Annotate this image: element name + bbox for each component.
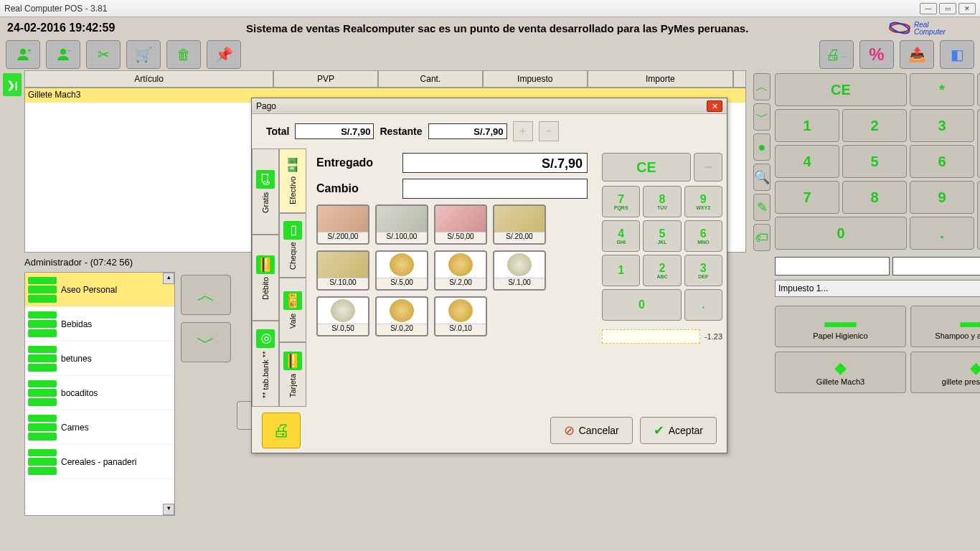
key-1[interactable]: 1 [775,109,839,142]
export-button[interactable]: 📤 [900,40,934,69]
nav-minus-button[interactable]: ● [753,133,771,161]
key-3[interactable]: 3 [910,109,974,142]
col-importe[interactable]: Importe [588,70,733,88]
key-star[interactable]: * [910,73,974,106]
print-button[interactable]: 🖨 … [819,40,854,69]
dlg-key-5[interactable]: 5JKL [643,220,681,252]
dlg-key-3[interactable]: 3DEF [684,255,722,286]
col-articulo[interactable]: Artículo [24,70,273,88]
payment-tab-efectivo[interactable]: Efectivo💵 [279,149,306,213]
key-ce[interactable]: CE [775,73,907,106]
key-0[interactable]: 0 [775,217,907,250]
payment-tab-gratis[interactable]: Gratis🏷 [252,149,279,235]
key-plus[interactable]: + [977,109,980,178]
payment-tab-dbito[interactable]: Débito💳 [252,235,279,321]
denom-button[interactable]: S/.5,00 [375,250,428,291]
cat-down-button[interactable]: ﹀ [181,322,231,362]
category-item[interactable]: bocaditos [25,376,174,410]
dlg-key-6[interactable]: 6MNO [684,220,722,252]
key-2[interactable]: 2 [842,109,907,142]
money-icon [494,206,545,232]
total-minus-button[interactable]: − [539,121,559,141]
denom-button[interactable]: S/.50,00 [434,204,487,245]
key-7[interactable]: 7 [775,181,839,214]
dlg-key-4[interactable]: 4GHI [602,220,640,252]
cancel-button[interactable]: ⊘Cancelar [550,417,633,444]
product-button[interactable]: ▬▬Papel Higienico [775,306,906,347]
dlg-key-0[interactable]: 0 [602,289,682,321]
delivered-value[interactable]: S/.7,90 [402,153,588,173]
dlg-key-8[interactable]: 8TUV [643,186,681,217]
cat-up-button[interactable]: ︿ [181,275,231,315]
denom-button[interactable]: S/.10,00 [316,250,369,291]
category-item[interactable]: Cereales - panaderi [25,445,174,479]
key-6[interactable]: 6 [910,145,974,178]
nav-down-button[interactable]: ﹀ [753,103,771,131]
denom-button[interactable]: S/.0,10 [434,296,487,336]
close-button[interactable]: ✕ [958,3,976,14]
delete-button[interactable]: 🗑 [166,40,201,69]
scroll-down-icon[interactable]: ▾ [163,504,174,515]
key-9[interactable]: 9 [910,181,974,214]
pin-button[interactable]: 📌 [207,40,241,69]
denom-button[interactable]: S/.0,50 [316,296,369,336]
col-cant[interactable]: Cant. [378,70,483,88]
remove-user-button[interactable]: − [46,40,80,69]
dlg-key-9[interactable]: 9WXYZ [684,186,722,217]
dlg-key-dot[interactable]: . [684,289,722,321]
scroll-up-icon[interactable]: ▴ [163,273,174,284]
nav-tag-button[interactable]: 🏷 [753,224,771,251]
cart-button[interactable]: 🛒 [126,40,161,69]
accept-button[interactable]: ✔Aceptar [640,417,717,444]
dlg-key-minus[interactable]: − [694,153,722,182]
key-dot[interactable]: . [910,217,974,250]
category-list[interactable]: ▴ Aseo PersonalBebidasbetunesbocaditosCa… [24,272,175,516]
category-item[interactable]: Bebidas [25,307,174,342]
display-input-1[interactable] [775,257,890,276]
denom-button[interactable]: S/.20,00 [493,204,546,245]
display-input-2[interactable] [892,257,980,276]
denom-button[interactable]: S/.200,00 [316,204,369,245]
category-item[interactable]: betunes [25,342,174,376]
dialog-close-button[interactable]: ✕ [707,100,722,112]
col-impuesto[interactable]: Impuesto [483,70,588,88]
category-item[interactable]: Aseo Personal [25,273,174,307]
dlg-key-2[interactable]: 2ABC [643,255,681,286]
payment-tab-tabbank[interactable]: ** tab.bank **◎ [252,321,279,407]
dialog-print-button[interactable]: 🖨 [262,413,301,448]
payment-tab-vale[interactable]: Vale🎫 [279,278,306,342]
total-plus-button[interactable]: + [513,121,533,141]
payment-tab-tarjeta[interactable]: Tarjeta💳 [279,342,306,407]
dlg-key-1[interactable]: 1 [602,255,640,286]
minimize-button[interactable]: — [920,3,937,14]
denom-button[interactable]: S/.1,00 [493,250,546,291]
dlg-display-box[interactable] [602,329,700,344]
denom-button[interactable]: S/.2,00 [434,250,487,291]
nav-up-button[interactable]: ︿ [753,73,771,100]
dlg-key-ce[interactable]: CE [602,153,691,182]
product-button[interactable]: ◆Gillete Mach3 [775,352,906,393]
product-button[interactable]: ◆gillete prest barb3H [910,352,980,393]
key-4[interactable]: 4 [775,145,839,178]
key-8[interactable]: 8 [842,181,907,214]
payment-tab-cheque[interactable]: Cheque▭ [279,213,306,278]
nav-zoom-button[interactable]: 🔍 [753,164,771,191]
cut-button[interactable]: ✂ [86,40,121,69]
key-equals[interactable]: = [977,181,980,250]
product-button[interactable]: ▬▬Shampoo y acondicio... [910,306,980,347]
key-5[interactable]: 5 [842,145,907,178]
nav-edit-button[interactable]: ✎ [753,194,771,221]
dlg-neg-sample: -1.23 [705,332,722,341]
col-pvp[interactable]: PVP [273,70,378,88]
dlg-key-7[interactable]: 7PQRS [602,186,640,217]
expand-tab-button[interactable]: ❯| [3,73,22,96]
denom-button[interactable]: S/.100,00 [375,204,428,245]
tax-select[interactable]: Impuesto 1... [775,280,980,297]
category-item[interactable]: Carnes [25,410,174,445]
add-user-button[interactable]: + [6,40,40,69]
maximize-button[interactable]: ▭ [939,3,956,14]
key-minus[interactable]: - [977,73,980,106]
eraser-button[interactable]: ◧ [940,40,974,69]
percent-button[interactable]: % [859,40,894,69]
denom-button[interactable]: S/.0,20 [375,296,428,336]
